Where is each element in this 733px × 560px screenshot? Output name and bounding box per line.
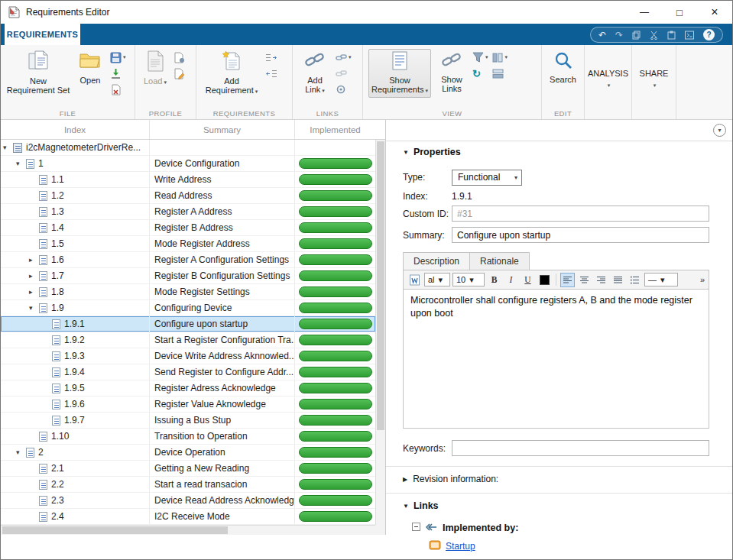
tree-row-1.8[interactable]: ▸1.8Mode Register Settings (1, 284, 375, 300)
collapse-panel-button[interactable]: ▾ (713, 124, 726, 137)
tree-row-1.9.7[interactable]: 1.9.7Issuing a Bus Stup (1, 413, 375, 429)
toolbar-overflow-button[interactable]: » (700, 275, 705, 284)
align-center-button[interactable] (577, 273, 592, 287)
show-links-button[interactable]: Show Links (435, 49, 469, 94)
horizontal-scrollbar[interactable] (1, 525, 375, 535)
maximize-button[interactable]: □ (662, 1, 697, 24)
tree-row-1.7[interactable]: ▸1.7Register B Configuration Settings (1, 268, 375, 284)
tree-row-1.10[interactable]: 1.10Transition to Operation (1, 429, 375, 445)
type-select[interactable]: Functional ▾ (452, 170, 522, 186)
properties-section-header[interactable]: ▼ Properties (403, 146, 709, 158)
tree-row-1.9.5[interactable]: 1.9.5Register Adress Acknowledge (1, 380, 375, 397)
tree-row-2.2[interactable]: 2.2Start a read transacion (1, 477, 375, 493)
tree-row-1.9.3[interactable]: 1.9.3Device Write Address Aknnowled... (1, 348, 375, 364)
tree-row-1.9.6[interactable]: 1.9.6Register Value Aknowledge (1, 397, 375, 413)
custom-id-input[interactable] (452, 206, 709, 222)
close-button[interactable]: × (697, 1, 732, 24)
close-requirement-set-button[interactable] (110, 83, 126, 95)
profile-edit-button[interactable] (174, 67, 185, 79)
import-button[interactable] (110, 67, 126, 79)
refresh-button[interactable]: ↻ (472, 67, 488, 79)
add-requirement-button[interactable]: Add Requirement▾ (202, 49, 261, 95)
analysis-gallery-button[interactable]: ANALYSIS ▾ (590, 49, 626, 108)
word-doc-icon[interactable] (407, 273, 422, 287)
collapse-icon[interactable]: ▾ (3, 144, 13, 151)
links-section-header[interactable]: ▼ Links (403, 500, 709, 512)
collapse-icon[interactable]: ▾ (29, 304, 39, 312)
tree-row-2[interactable]: ▾2Device Operation (1, 445, 375, 461)
command-prompt-icon[interactable] (685, 31, 694, 40)
expand-icon[interactable]: ▸ (29, 256, 39, 264)
tree-row-1.6[interactable]: ▸1.6Register A Configuration Settings (1, 252, 375, 268)
share-gallery-button[interactable]: SHARE ▾ (637, 49, 670, 108)
redo-icon[interactable]: ↷ (615, 30, 623, 40)
tree-row-1.2[interactable]: 1.2Read Address (1, 188, 375, 204)
copy-icon[interactable] (632, 31, 641, 40)
description-editor[interactable]: Microcontroller shall configure register… (403, 290, 709, 429)
align-justify-button[interactable] (611, 273, 625, 287)
open-button[interactable]: Open (74, 49, 106, 85)
tree-row-1.3[interactable]: 1.3Register A Address (1, 204, 375, 220)
tree-row-1.9.4[interactable]: 1.9.4Send Register to Configure Addr... (1, 364, 375, 380)
filter-funnel-button[interactable]: ▾ (472, 51, 488, 63)
tab-rationale[interactable]: Rationale (470, 252, 530, 270)
tree-row-1.9[interactable]: ▾1.9Configuring Device (1, 300, 375, 316)
link-settings-gear-button[interactable] (336, 83, 352, 95)
tree-row-1.4[interactable]: 1.4Register B Address (1, 220, 375, 236)
collapse-minus-icon[interactable] (412, 523, 420, 533)
bulleted-list-button[interactable] (628, 273, 642, 287)
columns-button[interactable]: ▾ (492, 51, 508, 63)
align-left-button[interactable] (560, 273, 575, 287)
font-size-select[interactable]: 10▾ (452, 273, 485, 286)
show-requirements-button[interactable]: Show Requirements▾ (368, 49, 431, 98)
column-header-index[interactable]: Index (1, 120, 150, 139)
tree-row-1.1[interactable]: 1.1Write Address (1, 172, 375, 188)
column-header-summary[interactable]: Summary (150, 120, 295, 139)
summary-input[interactable] (452, 227, 709, 243)
font-family-select[interactable]: al▾ (424, 273, 450, 286)
add-link-button[interactable]: Add Link▾ (298, 49, 332, 95)
tree-row-2.1[interactable]: 2.1Getting a New Reading (1, 461, 375, 477)
load-profile-button[interactable]: Load▾ (141, 49, 170, 86)
help-icon[interactable]: ? (703, 29, 715, 40)
search-button[interactable]: Search (547, 49, 579, 84)
collapse-icon[interactable]: ▾ (16, 448, 26, 456)
minimize-button[interactable]: — (627, 1, 662, 24)
italic-button[interactable]: I (504, 273, 518, 287)
list-style-select[interactable]: —▾ (644, 273, 678, 286)
font-color-button[interactable] (537, 273, 552, 287)
demote-requirement-button[interactable] (265, 67, 277, 79)
expand-icon[interactable]: ▸ (29, 288, 39, 296)
link-disabled-button[interactable] (336, 67, 352, 79)
tree-row-1.5[interactable]: 1.5Mode Register Address (1, 236, 375, 252)
new-requirement-set-button[interactable]: New Requirement Set (6, 49, 70, 95)
promote-requirement-button[interactable] (265, 51, 277, 63)
link-variant-button[interactable]: ▾ (336, 51, 352, 63)
tab-requirements[interactable]: REQUIREMENTS (5, 24, 80, 45)
horizontal-scrollbar-thumb[interactable] (2, 526, 228, 534)
tab-description[interactable]: Description (403, 252, 470, 270)
link-startup[interactable]: Startup (446, 541, 475, 552)
layout-button[interactable] (492, 67, 508, 79)
tree-row-1.9.2[interactable]: 1.9.2Start a Register Configuration Tra.… (1, 332, 375, 348)
paste-icon[interactable] (667, 31, 676, 40)
undo-icon[interactable]: ↶ (598, 30, 606, 40)
column-header-implemented[interactable]: Implemented (295, 120, 375, 139)
save-button[interactable]: ▾ (110, 51, 126, 63)
vertical-scrollbar-thumb[interactable] (377, 141, 384, 430)
bold-button[interactable]: B (487, 273, 501, 287)
expand-icon[interactable]: ▸ (29, 272, 39, 280)
align-right-button[interactable] (594, 273, 608, 287)
profile-export-button[interactable] (174, 51, 185, 63)
tree-row-2.3[interactable]: 2.3Device Read Address Acknowledge (1, 493, 375, 509)
vertical-scrollbar[interactable] (375, 140, 385, 525)
revision-information-header[interactable]: ▶ Revision information: (403, 473, 709, 485)
collapse-icon[interactable]: ▾ (16, 160, 26, 167)
underline-button[interactable]: U (521, 273, 535, 287)
tree-row-1[interactable]: ▾1Device Configuration (1, 156, 375, 172)
tree-row-2.4[interactable]: 2.4I2C Receive Mode (1, 509, 375, 525)
tree-row-1.9.1[interactable]: 1.9.1Configure upon startup (1, 316, 375, 332)
tree-row-i2cMagnetometerDriverRe...[interactable]: ▾i2cMagnetometerDriverRe... (1, 140, 375, 156)
keywords-input[interactable] (452, 440, 709, 456)
cut-icon[interactable] (650, 31, 658, 40)
